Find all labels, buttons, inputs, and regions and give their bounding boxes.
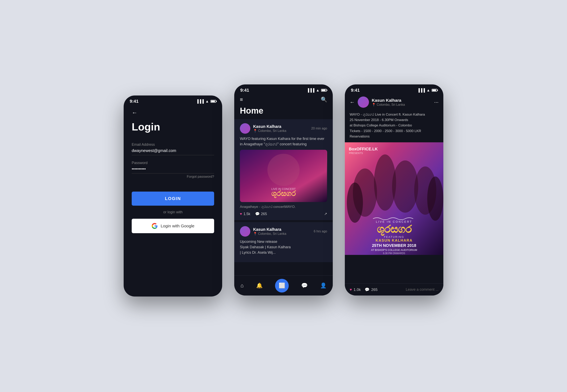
concert-art-1: ශූරසගර LIVE IN CONCERT — [240, 150, 327, 202]
detail-more-button[interactable]: ··· — [434, 99, 439, 105]
comment-icon-1: 💬 — [255, 212, 260, 216]
detail-post-text: WAYO - ශූරසගර Live in Concert ft. Kasun … — [345, 110, 443, 142]
bell-nav-icon: 🔔 — [256, 282, 263, 289]
email-label: Email Address — [132, 142, 214, 147]
wifi-icon: ▲ — [205, 99, 209, 104]
post-image-1: ශූරසගර LIVE IN CONCERT — [240, 150, 327, 202]
nav-profile[interactable]: 👤 — [320, 282, 326, 289]
status-icons-detail: ▐▐▐ ▲ — [417, 88, 437, 92]
google-login-button[interactable]: Login with Google — [132, 219, 214, 233]
like-button-1[interactable]: ♥ 1.5k — [240, 212, 250, 216]
svg-text:KASUN KALHARA: KASUN KALHARA — [376, 238, 412, 242]
battery-icon-detail — [432, 89, 437, 92]
screen-nav-icon: ⬜ — [279, 282, 285, 289]
svg-text:LIVE IN CONCERT: LIVE IN CONCERT — [271, 187, 296, 191]
like-count-1: 1.5k — [243, 212, 250, 216]
post-author-name-1: Kasun Kalhara — [253, 124, 311, 129]
poster-svg: BoxOFFICE.LK PRESENTS ශූරසගර LIVE IN CON… — [345, 142, 443, 255]
email-input[interactable]: dwaynewest@gmail.com — [132, 148, 214, 155]
detail-like-button[interactable]: ♥ 1.0k — [350, 287, 361, 292]
wifi-icon-detail: ▲ — [426, 88, 430, 92]
home-nav-icon: ⌂ — [241, 282, 244, 289]
post-author-name-2: Kasun Kalhara — [253, 227, 314, 232]
detail-footer: ♥ 1.0k 💬 265 Leave a comment ... — [345, 283, 443, 295]
svg-text:PRESENTS: PRESENTS — [349, 152, 363, 154]
location-pin-icon-1: 📍 — [253, 129, 257, 132]
bottom-nav: ⌂ 🔔 ⬜ 💬 👤 — [234, 275, 333, 295]
svg-point-7 — [392, 160, 418, 213]
detail-like-count: 1.0k — [354, 287, 361, 292]
back-button[interactable]: ← — [132, 110, 214, 116]
share-icon-1: ↗ — [324, 212, 327, 216]
svg-point-1 — [268, 154, 299, 186]
share-button-1[interactable]: ↗ — [324, 212, 327, 216]
heart-icon-1: ♥ — [240, 212, 242, 216]
detail-comment-button[interactable]: 💬 265 — [365, 287, 378, 292]
wifi-icon-home: ▲ — [316, 88, 320, 92]
post-avatar-1 — [240, 123, 250, 134]
feed-scroll[interactable]: Kasun Kalhara 📍 Colombo, Sri Lanka 20 mi… — [234, 119, 333, 295]
detail-avatar — [358, 97, 369, 108]
post-author-info-1: Kasun Kalhara 📍 Colombo, Sri Lanka — [253, 124, 311, 133]
post-author-info-2: Kasun Kalhara 📍 Colombo, Sri Lanka — [253, 227, 314, 236]
password-field-group: Password •••••••••• Forgot password? — [132, 161, 214, 179]
concert-art-svg: ශූරසගර LIVE IN CONCERT — [240, 150, 327, 202]
post-header-1: Kasun Kalhara 📍 Colombo, Sri Lanka 20 mi… — [240, 123, 327, 134]
detail-heart-icon: ♥ — [350, 287, 352, 292]
status-icons: ▐▐▐ ▲ — [196, 99, 216, 104]
nav-home[interactable]: ⌂ — [241, 282, 244, 289]
password-input[interactable]: •••••••••• — [132, 167, 214, 173]
svg-text:25TH NOVEMBER 2018: 25TH NOVEMBER 2018 — [372, 243, 416, 248]
location-pin-icon-2: 📍 — [253, 232, 257, 235]
phone-home: 9:41 ▐▐▐ ▲ ≡ 🔍 Home Kasun Kalhara 📍 Colo… — [234, 84, 333, 295]
battery-icon-home — [321, 89, 327, 92]
search-icon[interactable]: 🔍 — [321, 97, 327, 103]
concert-poster-image: BoxOFFICE.LK PRESENTS ශූරසගර LIVE IN CON… — [345, 142, 443, 255]
google-icon — [151, 223, 158, 229]
signal-icon-home: ▐▐▐ — [307, 88, 314, 92]
login-screen: ← Login Email Address dwaynewest@gmail.c… — [124, 106, 222, 237]
google-btn-label: Login with Google — [161, 224, 194, 228]
post-card-1: Kasun Kalhara 📍 Colombo, Sri Lanka 20 mi… — [234, 119, 333, 220]
svg-text:ශූරසගර: ශූරසගර — [377, 224, 412, 236]
post-card-2: Kasun Kalhara 📍 Colombo, Sri Lanka 6 hrs… — [234, 222, 333, 262]
detail-location-pin-icon: 📍 — [372, 103, 376, 106]
nav-center-button[interactable]: ⬜ — [275, 279, 289, 293]
menu-icon[interactable]: ≡ — [240, 97, 243, 103]
comment-button-1[interactable]: 💬 265 — [255, 212, 267, 216]
post-text-1: WAYO featuring Kasun Kalhara for the fir… — [240, 136, 327, 147]
forgot-password-link[interactable]: Forgot password? — [132, 175, 214, 179]
detail-comment-input[interactable]: Leave a comment ... — [382, 287, 439, 292]
phone-detail: 9:41 ▐▐▐ ▲ ← Kasun Kalhara 📍 Colombo, Sr… — [345, 84, 443, 295]
chat-nav-icon: 💬 — [301, 282, 308, 289]
post-actions-1: ♥ 1.5k 💬 265 ↗ — [240, 212, 327, 216]
post-avatar-2 — [240, 226, 250, 237]
detail-author-info: Kasun Kalhara 📍 Colombo, Sri Lanka — [372, 98, 431, 107]
status-bar-login: 9:41 ▐▐▐ ▲ — [124, 96, 222, 106]
login-title: Login — [132, 121, 214, 133]
detail-location: 📍 Colombo, Sri Lanka — [372, 103, 431, 107]
status-icons-home: ▐▐▐ ▲ — [307, 88, 327, 92]
phone-login: 9:41 ▐▐▐ ▲ ← Login Email Address dwaynew… — [124, 96, 222, 296]
svg-text:BoxOFFICE.LK: BoxOFFICE.LK — [349, 147, 378, 151]
nav-notifications[interactable]: 🔔 — [256, 282, 263, 289]
comment-count-1: 265 — [261, 212, 267, 216]
post-text-2: Upcoming New release Siyak Dahasak | Kas… — [240, 239, 327, 255]
or-divider: or login with — [132, 210, 214, 214]
email-field-group: Email Address dwaynewest@gmail.com — [132, 142, 214, 155]
svg-text:AT BISHOP'S COLLEGE AUDITORIUM: AT BISHOP'S COLLEGE AUDITORIUM — [371, 249, 417, 252]
detail-back-button[interactable]: ← — [350, 99, 355, 105]
post-time-1: 20 min ago — [311, 127, 327, 130]
time-label-detail: 9:41 — [351, 88, 360, 93]
detail-comment-icon: 💬 — [365, 287, 369, 292]
post-location-2: 📍 Colombo, Sri Lanka — [253, 232, 314, 236]
nav-messages[interactable]: 💬 — [301, 282, 308, 289]
svg-text:ශූරසගර: ශූරසගර — [271, 189, 296, 198]
detail-header: ← Kasun Kalhara 📍 Colombo, Sri Lanka ··· — [345, 95, 443, 110]
time-label: 9:41 — [130, 99, 139, 104]
detail-author-name: Kasun Kalhara — [372, 98, 431, 103]
login-button[interactable]: LOGIN — [132, 192, 214, 206]
time-label-home: 9:41 — [240, 88, 249, 93]
signal-icon-detail: ▐▐▐ — [417, 88, 425, 92]
home-title: Home — [234, 104, 333, 119]
